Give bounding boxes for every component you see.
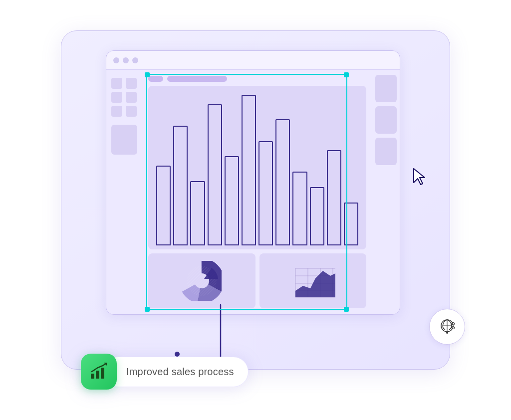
cursor-icon <box>412 168 428 188</box>
sidebar-wide-block <box>111 125 137 155</box>
sidebar-block <box>111 106 122 117</box>
sidebar-block <box>126 106 137 117</box>
selected-widget <box>146 74 347 310</box>
browser-window <box>106 50 400 315</box>
svg-marker-15 <box>414 169 425 185</box>
sales-chart-icon <box>81 354 117 390</box>
sidebar-grid <box>111 78 137 117</box>
label-text: Improved sales process <box>103 357 249 387</box>
svg-rect-25 <box>96 371 99 379</box>
handle-tl <box>145 72 150 77</box>
browser-main <box>142 70 372 314</box>
right-block-2 <box>375 106 397 134</box>
browser-right-panel <box>372 70 400 314</box>
traffic-dot-yellow <box>123 57 129 63</box>
svg-rect-26 <box>101 368 104 379</box>
ai-brain-icon <box>429 309 465 345</box>
illustration-scene: Improved sales process <box>51 20 460 400</box>
svg-rect-24 <box>91 374 94 379</box>
handle-tr <box>344 72 349 77</box>
browser-sidebar <box>106 70 142 314</box>
right-block-1 <box>375 75 397 102</box>
svg-point-23 <box>446 332 448 334</box>
handle-br <box>344 307 349 312</box>
traffic-dot-green <box>132 57 138 63</box>
right-block-3 <box>375 138 397 165</box>
sidebar-block <box>111 78 122 89</box>
browser-titlebar <box>106 51 400 70</box>
sidebar-block <box>111 92 122 103</box>
handle-bl <box>145 307 150 312</box>
sidebar-block <box>126 78 137 89</box>
browser-content <box>106 70 400 314</box>
traffic-dot-red <box>113 57 119 63</box>
sidebar-block <box>126 92 137 103</box>
bottom-label-card: Improved sales process <box>81 354 249 390</box>
